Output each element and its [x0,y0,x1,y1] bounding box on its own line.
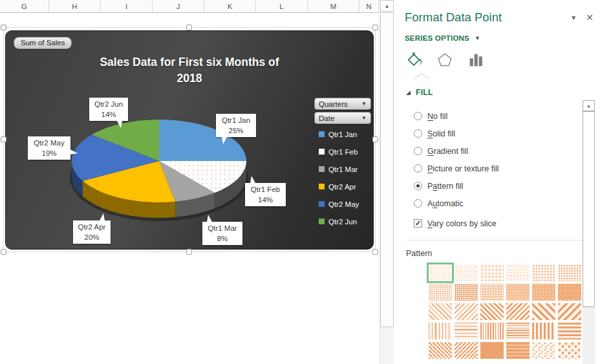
legend-item-qtr1-jan[interactable]: Qtr1 Jan [319,125,359,143]
series-options-label[interactable]: SERIES OPTIONS [405,34,469,42]
pattern-swatch-20[interactable] [480,264,504,281]
data-label-qtr1-feb[interactable]: Qtr1 Feb14% [245,183,286,206]
radio-selected-icon[interactable] [414,182,422,190]
pivotchart-field-button[interactable]: Sum of Sales [14,37,72,49]
data-label-qtr1-mar[interactable]: Qtr1 Mar8% [202,222,242,245]
pattern-swatch-light-upward-diagonal[interactable] [455,303,478,320]
chart-legend[interactable]: Qtr1 JanQtr1 FebQtr1 MarQtr2 AprQtr2 May… [319,125,359,230]
pattern-swatch-small-confetti[interactable] [532,342,555,359]
pattern-swatch-narrow-horizontal[interactable] [506,323,530,339]
tab-fill-line[interactable] [405,51,423,69]
resize-handle-top-center[interactable] [186,25,192,30]
pane-scrollbar[interactable]: ▲ [583,100,595,364]
pattern-swatch-dark-horizontal[interactable] [558,323,581,339]
legend-item-qtr2-may[interactable]: Qtr2 May [319,195,359,213]
legend-key-icon [319,184,325,189]
pattern-swatch-30[interactable] [532,264,555,281]
tab-series-options[interactable] [467,51,485,69]
pattern-swatch-wide-downward-diagonal[interactable] [532,303,555,320]
pattern-swatch-dashed-vertical[interactable] [506,342,530,359]
pattern-swatch-dashed-upward-diagonal[interactable] [455,342,478,359]
radio-automatic[interactable]: Automatic [414,195,600,212]
pane-scroll-up-arrow-icon[interactable]: ▲ [583,100,595,111]
radio-solid-fill[interactable]: Solid fill [414,125,600,142]
radio-icon[interactable] [414,147,422,155]
chart-title[interactable]: Sales Data for First six Months of 2018 [6,54,373,86]
pattern-swatch-dark-vertical[interactable] [532,323,555,339]
pane-close-icon[interactable]: ✕ [586,12,594,23]
column-header-k[interactable]: K [204,0,256,12]
legend-item-qtr1-feb[interactable]: Qtr1 Feb [319,143,359,160]
pie-chart-plot[interactable] [38,83,284,238]
quarters-filter-button[interactable]: Quarters▼ [314,98,371,110]
vary-colors-checkbox-row[interactable]: ✓Vary colors by slice [414,215,600,232]
resize-handle-bottom-right[interactable] [372,249,378,255]
pattern-swatch-light-vertical[interactable] [429,323,452,339]
legend-key-icon [319,219,325,224]
legend-item-qtr2-jun[interactable]: Qtr2 Jun [319,213,359,230]
pattern-swatch-dashed-horizontal[interactable] [480,342,504,359]
sheet-vertical-scrollbar[interactable]: ▲ [380,0,394,364]
column-header-j[interactable]: J [153,0,204,12]
date-filter-button[interactable]: Date▼ [314,112,371,124]
radio-icon[interactable] [414,164,422,173]
resize-handle-top-right[interactable] [372,25,378,30]
pattern-swatch-80[interactable] [532,284,555,301]
pattern-swatch-light-downward-diagonal[interactable] [429,303,452,320]
series-options-chevron-icon[interactable]: ▼ [475,35,480,41]
pattern-swatch-70[interactable] [480,284,504,301]
data-label-qtr2-apr[interactable]: Qtr2 Apr20% [73,220,111,244]
pattern-swatch-dark-upward-diagonal[interactable] [506,303,530,320]
pattern-swatch-dark-downward-diagonal[interactable] [480,303,504,320]
sheet-scrollbar-thumb[interactable] [380,12,394,327]
pivot-chart[interactable]: Sum of Sales Sales Data for First six Mo… [5,30,374,250]
pattern-swatch-light-horizontal[interactable] [455,323,478,339]
pattern-swatch-50[interactable] [429,284,452,301]
legend-item-qtr1-mar[interactable]: Qtr1 Mar [319,160,359,178]
radio-picture-or-texture-fill[interactable]: Picture or texture fill [414,160,600,177]
data-label-qtr2-may[interactable]: Qtr2 May19% [28,136,70,160]
column-header-i[interactable]: I [101,0,153,12]
resize-handle-top-left[interactable] [1,25,6,30]
resize-handle-bottom-left[interactable] [1,249,6,255]
legend-item-qtr2-apr[interactable]: Qtr2 Apr [319,178,359,195]
pattern-swatch-60[interactable] [455,284,478,301]
scroll-up-arrow-icon[interactable]: ▲ [380,0,394,12]
pattern-swatch-40[interactable] [558,264,581,281]
legend-key-icon [319,166,325,172]
pattern-swatch-wide-upward-diagonal[interactable] [558,303,581,320]
pane-scrollbar-thumb[interactable] [583,111,595,307]
resize-handle-bottom-center[interactable] [186,249,192,255]
pattern-swatch-10[interactable] [455,264,478,281]
resize-handle-mid-right[interactable] [372,136,378,142]
data-label-qtr1-jan[interactable]: Qtr1 Jan25% [216,114,256,137]
checkbox-checked-icon[interactable]: ✓ [414,219,422,228]
checkbox-vary-colors-by-slice[interactable]: ✓Vary colors by slice [414,215,497,232]
tab-effects[interactable] [436,51,454,69]
pattern-swatch-75[interactable] [506,284,530,301]
pattern-swatch-narrow-vertical[interactable] [480,323,504,339]
fill-section-header[interactable]: FILL [406,88,600,97]
radio-no-fill[interactable]: No fill [414,107,600,125]
pattern-swatch-dashed-downward-diagonal[interactable] [429,342,452,359]
column-header-n[interactable]: N [359,0,379,12]
data-label-qtr2-jun[interactable]: Qtr2 Jun14% [89,98,128,121]
radio-icon[interactable] [414,199,422,208]
radio-gradient-fill[interactable]: Gradient fill [414,142,600,160]
radio-icon[interactable] [414,112,422,120]
radio-pattern-fill[interactable]: Pattern fill [414,177,600,195]
radio-icon[interactable] [414,129,422,138]
pattern-swatch-25[interactable] [506,264,530,281]
legend-label: Qtr2 Apr [328,183,356,191]
column-header-g[interactable]: G [0,0,49,12]
legend-label: Qtr1 Mar [328,166,358,173]
column-header-m[interactable]: M [308,0,359,12]
pattern-swatch-5[interactable] [429,264,452,281]
resize-handle-mid-left[interactable] [1,136,6,142]
column-header-h[interactable]: H [49,0,101,12]
column-header-l[interactable]: L [256,0,308,12]
pane-title: Format Data Point [405,10,570,25]
pane-menu-chevron-icon[interactable]: ▼ [570,14,577,21]
pattern-swatch-90[interactable] [558,284,581,301]
pattern-swatch-large-confetti[interactable] [558,342,581,359]
